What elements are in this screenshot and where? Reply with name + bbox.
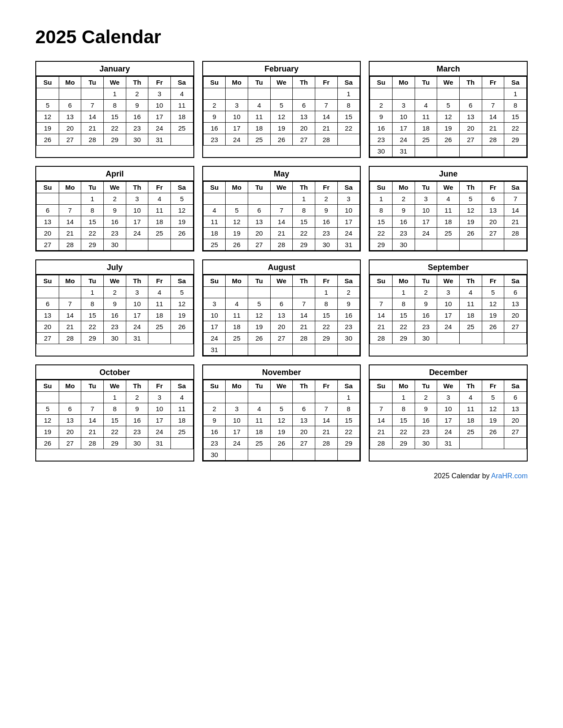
- day-header-tu: Tu: [415, 182, 437, 193]
- day-header-sa: Sa: [337, 77, 360, 88]
- calendar-day: [37, 287, 59, 298]
- calendar-day: [504, 146, 527, 157]
- calendar-day: [437, 333, 460, 344]
- calendar-day: 20: [482, 216, 504, 228]
- calendar-day: 4: [170, 392, 193, 403]
- calendar-day: 7: [370, 298, 393, 310]
- calendar-day: 23: [126, 426, 148, 438]
- day-header-su: Su: [37, 380, 59, 392]
- calendar-day: 6: [37, 205, 59, 216]
- calendar-day: 21: [315, 123, 337, 134]
- calendar-day: 31: [126, 333, 148, 344]
- day-header-sa: Sa: [337, 380, 360, 392]
- calendar-day: [248, 193, 270, 205]
- calendar-day: 13: [248, 216, 270, 228]
- calendar-day: 23: [126, 123, 148, 134]
- calendar-day: 28: [315, 134, 337, 146]
- calendar-day: 9: [337, 298, 360, 310]
- calendar-day: 28: [81, 134, 104, 146]
- calendar-day: [482, 146, 504, 157]
- calendar-day: 18: [248, 123, 270, 134]
- month-title-january: January: [36, 62, 193, 76]
- footer-link[interactable]: AraHR.com: [491, 472, 528, 480]
- calendar-day: 23: [203, 134, 226, 146]
- month-title-august: August: [203, 260, 360, 275]
- calendars-grid: JanuarySuMoTuWeThFrSa1234567891011121314…: [35, 61, 528, 462]
- table-row: 14151617181920: [370, 415, 527, 426]
- calendar-day: 6: [270, 298, 293, 310]
- month-title-july: July: [36, 260, 193, 275]
- table-row: 15161718192021: [370, 216, 527, 228]
- calendar-day: 29: [392, 438, 415, 449]
- calendar-day: 4: [203, 205, 226, 216]
- day-header-su: Su: [203, 77, 226, 88]
- calendar-table-march: SuMoTuWeThFrSa12345678910111213141516171…: [370, 76, 527, 157]
- calendar-day: 1: [370, 193, 393, 205]
- calendar-day: [437, 239, 460, 251]
- calendar-day: 15: [337, 415, 360, 426]
- day-header-mo: Mo: [392, 275, 415, 287]
- calendar-day: 22: [293, 228, 315, 239]
- calendar-day: 1: [103, 392, 126, 403]
- calendar-day: 30: [392, 239, 415, 251]
- calendar-day: 2: [315, 193, 337, 205]
- calendar-day: 22: [315, 321, 337, 333]
- day-header-su: Su: [37, 77, 59, 88]
- calendar-day: [59, 287, 81, 298]
- calendar-day: 19: [37, 123, 59, 134]
- table-row: 45678910: [203, 205, 360, 216]
- calendar-day: 23: [415, 321, 437, 333]
- calendar-day: 19: [482, 310, 504, 321]
- calendar-day: 23: [370, 134, 393, 146]
- calendar-day: 24: [437, 321, 460, 333]
- calendar-day: 18: [437, 216, 460, 228]
- day-header-sa: Sa: [170, 77, 193, 88]
- calendar-day: 8: [392, 298, 415, 310]
- calendar-day: 30: [126, 134, 148, 146]
- calendar-day: [226, 193, 248, 205]
- calendar-day: 14: [270, 216, 293, 228]
- calendar-day: 1: [392, 392, 415, 403]
- month-january: JanuarySuMoTuWeThFrSa1234567891011121314…: [35, 61, 194, 158]
- calendar-day: 23: [103, 228, 126, 239]
- table-row: 1234567: [370, 193, 527, 205]
- calendar-day: 5: [37, 100, 59, 111]
- calendar-day: [59, 88, 81, 100]
- calendar-day: [248, 392, 270, 403]
- calendar-day: 27: [270, 333, 293, 344]
- calendar-day: 8: [392, 403, 415, 415]
- table-row: 262728293031: [37, 134, 193, 146]
- table-row: 11121314151617: [203, 216, 360, 228]
- calendar-day: 19: [226, 228, 248, 239]
- calendar-day: 6: [59, 403, 81, 415]
- day-header-fr: Fr: [148, 380, 171, 392]
- calendar-day: 18: [459, 415, 482, 426]
- calendar-day: 27: [482, 228, 504, 239]
- month-title-september: September: [370, 260, 527, 275]
- calendar-day: 1: [293, 193, 315, 205]
- calendar-day: 21: [370, 321, 393, 333]
- calendar-day: 4: [459, 287, 482, 298]
- calendar-day: 3: [148, 392, 171, 403]
- calendar-day: 20: [248, 228, 270, 239]
- calendar-day: 14: [81, 415, 104, 426]
- calendar-day: 19: [37, 426, 59, 438]
- calendar-day: 6: [37, 298, 59, 310]
- calendar-day: 19: [170, 310, 193, 321]
- calendar-table-july: SuMoTuWeThFrSa12345678910111213141516171…: [36, 275, 193, 344]
- table-row: 2345678: [203, 403, 360, 415]
- calendar-day: 3: [415, 193, 437, 205]
- calendar-day: 19: [270, 426, 293, 438]
- calendar-day: 22: [504, 123, 527, 134]
- calendar-day: 21: [293, 321, 315, 333]
- calendar-day: 12: [459, 205, 482, 216]
- table-row: 23242526272829: [370, 134, 527, 146]
- calendar-day: 25: [170, 123, 193, 134]
- day-header-we: We: [103, 182, 126, 193]
- calendar-day: 19: [437, 123, 460, 134]
- table-row: 78910111213: [370, 403, 527, 415]
- calendar-day: [203, 287, 226, 298]
- day-header-th: Th: [126, 380, 148, 392]
- day-header-sa: Sa: [170, 380, 193, 392]
- day-header-th: Th: [293, 77, 315, 88]
